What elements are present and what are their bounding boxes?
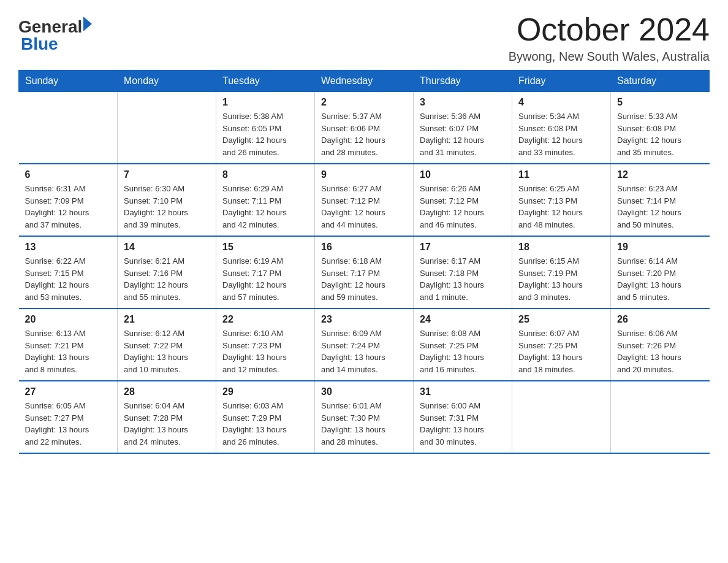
calendar-header: SundayMondayTuesdayWednesdayThursdayFrid… bbox=[19, 71, 710, 92]
day-number: 16 bbox=[321, 242, 407, 253]
calendar-cell: 18Sunrise: 6:15 AMSunset: 7:19 PMDayligh… bbox=[512, 236, 611, 308]
calendar-cell: 5Sunrise: 5:33 AMSunset: 6:08 PMDaylight… bbox=[611, 92, 710, 164]
calendar-cell bbox=[118, 92, 216, 164]
day-info: Sunrise: 6:21 AMSunset: 7:16 PMDaylight:… bbox=[124, 255, 210, 303]
day-number: 11 bbox=[518, 169, 604, 180]
day-number: 29 bbox=[222, 386, 308, 397]
calendar-body: 1Sunrise: 5:38 AMSunset: 6:05 PMDaylight… bbox=[19, 92, 710, 454]
day-number: 18 bbox=[518, 242, 604, 253]
day-number: 3 bbox=[420, 97, 506, 108]
calendar-cell bbox=[611, 381, 710, 453]
header-cell-saturday: Saturday bbox=[611, 71, 710, 92]
day-number: 31 bbox=[420, 386, 506, 397]
day-info: Sunrise: 6:04 AMSunset: 7:28 PMDaylight:… bbox=[124, 400, 210, 448]
calendar-cell bbox=[512, 381, 611, 453]
day-info: Sunrise: 6:26 AMSunset: 7:12 PMDaylight:… bbox=[420, 183, 506, 231]
calendar-cell: 29Sunrise: 6:03 AMSunset: 7:29 PMDayligh… bbox=[216, 381, 315, 453]
day-info: Sunrise: 6:27 AMSunset: 7:12 PMDaylight:… bbox=[321, 183, 407, 231]
day-number: 4 bbox=[518, 97, 604, 108]
calendar-cell: 8Sunrise: 6:29 AMSunset: 7:11 PMDaylight… bbox=[216, 164, 315, 236]
header-cell-tuesday: Tuesday bbox=[216, 71, 315, 92]
week-row-3: 13Sunrise: 6:22 AMSunset: 7:15 PMDayligh… bbox=[19, 236, 710, 308]
calendar-cell: 3Sunrise: 5:36 AMSunset: 6:07 PMDaylight… bbox=[414, 92, 512, 164]
day-info: Sunrise: 6:09 AMSunset: 7:24 PMDaylight:… bbox=[321, 327, 407, 375]
calendar-cell: 11Sunrise: 6:25 AMSunset: 7:13 PMDayligh… bbox=[512, 164, 611, 236]
day-info: Sunrise: 6:08 AMSunset: 7:25 PMDaylight:… bbox=[420, 327, 506, 375]
week-row-1: 1Sunrise: 5:38 AMSunset: 6:05 PMDaylight… bbox=[19, 92, 710, 164]
header-cell-friday: Friday bbox=[512, 71, 611, 92]
day-number: 21 bbox=[124, 314, 210, 325]
day-number: 19 bbox=[617, 242, 703, 253]
calendar-cell: 17Sunrise: 6:17 AMSunset: 7:18 PMDayligh… bbox=[414, 236, 512, 308]
page-header: General Blue October 2024 Bywong, New So… bbox=[18, 12, 710, 64]
day-number: 17 bbox=[420, 242, 506, 253]
day-info: Sunrise: 6:12 AMSunset: 7:22 PMDaylight:… bbox=[124, 327, 210, 375]
day-info: Sunrise: 5:34 AMSunset: 6:08 PMDaylight:… bbox=[518, 110, 604, 158]
day-number: 6 bbox=[25, 169, 112, 180]
day-number: 20 bbox=[25, 314, 112, 325]
calendar-cell: 28Sunrise: 6:04 AMSunset: 7:28 PMDayligh… bbox=[118, 381, 216, 453]
calendar-cell: 22Sunrise: 6:10 AMSunset: 7:23 PMDayligh… bbox=[216, 308, 315, 381]
day-info: Sunrise: 6:18 AMSunset: 7:17 PMDaylight:… bbox=[321, 255, 407, 303]
day-number: 9 bbox=[321, 169, 407, 180]
day-number: 13 bbox=[25, 242, 112, 253]
day-number: 14 bbox=[124, 242, 210, 253]
calendar-cell: 16Sunrise: 6:18 AMSunset: 7:17 PMDayligh… bbox=[315, 236, 414, 308]
calendar-cell: 9Sunrise: 6:27 AMSunset: 7:12 PMDaylight… bbox=[315, 164, 414, 236]
day-info: Sunrise: 6:22 AMSunset: 7:15 PMDaylight:… bbox=[25, 255, 112, 303]
day-info: Sunrise: 6:15 AMSunset: 7:19 PMDaylight:… bbox=[518, 255, 604, 303]
calendar-cell: 6Sunrise: 6:31 AMSunset: 7:09 PMDaylight… bbox=[19, 164, 118, 236]
header-cell-thursday: Thursday bbox=[414, 71, 512, 92]
day-info: Sunrise: 6:07 AMSunset: 7:25 PMDaylight:… bbox=[518, 327, 604, 375]
day-number: 25 bbox=[518, 314, 604, 325]
day-info: Sunrise: 5:33 AMSunset: 6:08 PMDaylight:… bbox=[617, 110, 703, 158]
calendar-cell: 7Sunrise: 6:30 AMSunset: 7:10 PMDaylight… bbox=[118, 164, 216, 236]
day-info: Sunrise: 6:01 AMSunset: 7:30 PMDaylight:… bbox=[321, 400, 407, 448]
day-number: 15 bbox=[222, 242, 308, 253]
calendar-cell: 31Sunrise: 6:00 AMSunset: 7:31 PMDayligh… bbox=[414, 381, 512, 453]
header-cell-wednesday: Wednesday bbox=[315, 71, 414, 92]
calendar-cell: 4Sunrise: 5:34 AMSunset: 6:08 PMDaylight… bbox=[512, 92, 611, 164]
day-number: 22 bbox=[222, 314, 308, 325]
week-row-5: 27Sunrise: 6:05 AMSunset: 7:27 PMDayligh… bbox=[19, 381, 710, 453]
day-info: Sunrise: 6:29 AMSunset: 7:11 PMDaylight:… bbox=[222, 183, 308, 231]
logo-blue-text: Blue bbox=[21, 36, 92, 53]
calendar-cell: 21Sunrise: 6:12 AMSunset: 7:22 PMDayligh… bbox=[118, 308, 216, 381]
day-number: 5 bbox=[617, 97, 703, 108]
week-row-2: 6Sunrise: 6:31 AMSunset: 7:09 PMDaylight… bbox=[19, 164, 710, 236]
calendar-cell: 24Sunrise: 6:08 AMSunset: 7:25 PMDayligh… bbox=[414, 308, 512, 381]
day-info: Sunrise: 6:03 AMSunset: 7:29 PMDaylight:… bbox=[222, 400, 308, 448]
calendar-cell: 15Sunrise: 6:19 AMSunset: 7:17 PMDayligh… bbox=[216, 236, 315, 308]
header-cell-monday: Monday bbox=[118, 71, 216, 92]
day-number: 2 bbox=[321, 97, 407, 108]
calendar-cell: 13Sunrise: 6:22 AMSunset: 7:15 PMDayligh… bbox=[19, 236, 118, 308]
header-cell-sunday: Sunday bbox=[19, 71, 118, 92]
calendar-cell: 26Sunrise: 6:06 AMSunset: 7:26 PMDayligh… bbox=[611, 308, 710, 381]
calendar-cell bbox=[19, 92, 118, 164]
day-number: 7 bbox=[124, 169, 210, 180]
day-info: Sunrise: 5:36 AMSunset: 6:07 PMDaylight:… bbox=[420, 110, 506, 158]
day-number: 26 bbox=[617, 314, 703, 325]
day-number: 24 bbox=[420, 314, 506, 325]
calendar-cell: 23Sunrise: 6:09 AMSunset: 7:24 PMDayligh… bbox=[315, 308, 414, 381]
day-number: 30 bbox=[321, 386, 407, 397]
day-info: Sunrise: 6:10 AMSunset: 7:23 PMDaylight:… bbox=[222, 327, 308, 375]
day-info: Sunrise: 6:19 AMSunset: 7:17 PMDaylight:… bbox=[222, 255, 308, 303]
day-number: 23 bbox=[321, 314, 407, 325]
title-section: October 2024 Bywong, New South Wales, Au… bbox=[509, 12, 710, 64]
logo: General Blue bbox=[18, 18, 92, 53]
day-number: 10 bbox=[420, 169, 506, 180]
calendar-cell: 14Sunrise: 6:21 AMSunset: 7:16 PMDayligh… bbox=[118, 236, 216, 308]
calendar-table: SundayMondayTuesdayWednesdayThursdayFrid… bbox=[18, 70, 710, 454]
location-title: Bywong, New South Wales, Australia bbox=[509, 50, 710, 64]
day-info: Sunrise: 6:23 AMSunset: 7:14 PMDaylight:… bbox=[617, 183, 703, 231]
day-info: Sunrise: 6:06 AMSunset: 7:26 PMDaylight:… bbox=[617, 327, 703, 375]
calendar-cell: 27Sunrise: 6:05 AMSunset: 7:27 PMDayligh… bbox=[19, 381, 118, 453]
day-info: Sunrise: 6:05 AMSunset: 7:27 PMDaylight:… bbox=[25, 400, 112, 448]
day-number: 27 bbox=[25, 386, 112, 397]
day-number: 28 bbox=[124, 386, 210, 397]
day-info: Sunrise: 5:38 AMSunset: 6:05 PMDaylight:… bbox=[222, 110, 308, 158]
calendar-cell: 2Sunrise: 5:37 AMSunset: 6:06 PMDaylight… bbox=[315, 92, 414, 164]
day-number: 8 bbox=[222, 169, 308, 180]
calendar-cell: 20Sunrise: 6:13 AMSunset: 7:21 PMDayligh… bbox=[19, 308, 118, 381]
